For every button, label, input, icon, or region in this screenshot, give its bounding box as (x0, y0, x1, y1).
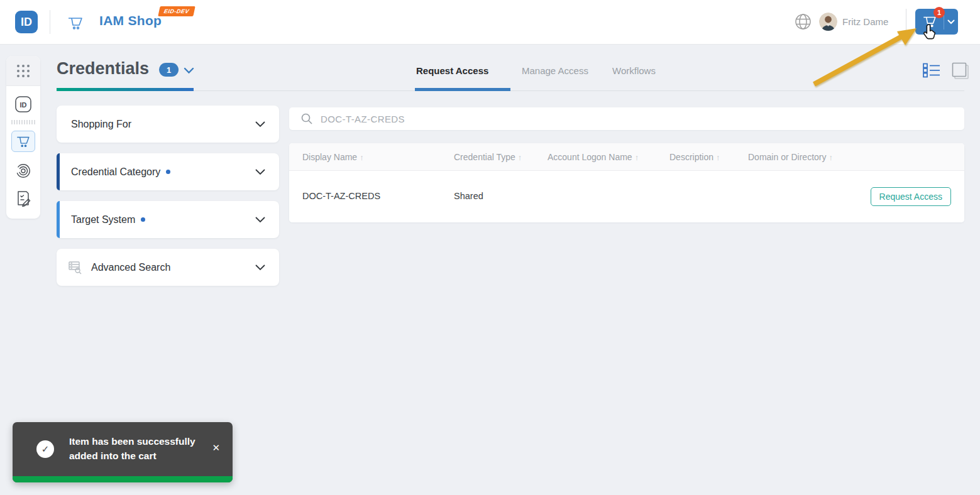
sort-asc-icon[interactable]: ↑ (518, 153, 522, 162)
filter-label: Credential Category (71, 166, 160, 178)
filter-label: Advanced Search (91, 262, 170, 273)
cart-count-badge: 1 (933, 7, 945, 18)
title-gradient-underline (57, 88, 194, 91)
search-input[interactable] (321, 114, 886, 124)
search-icon (300, 112, 313, 125)
cell-credential-type: Shared (454, 191, 483, 201)
hand-cursor-icon (923, 23, 939, 43)
filter-target-system[interactable]: Target System (57, 201, 279, 238)
toast-progress-bar (13, 476, 233, 482)
search-bar (289, 107, 964, 130)
sort-asc-icon[interactable]: ↑ (360, 153, 364, 162)
tab-manage-access[interactable]: Manage Access (522, 65, 588, 76)
list-view-icon[interactable] (923, 63, 940, 80)
tab-workflows[interactable]: Workflows (612, 65, 656, 76)
filter-accent-bar (57, 201, 60, 238)
filter-accent-bar (57, 153, 60, 190)
header-divider (906, 9, 906, 35)
sort-asc-icon[interactable]: ↑ (635, 153, 639, 162)
sidebar-item-shop-active[interactable] (11, 131, 35, 152)
column-header-display-name[interactable]: Display Name↑ (302, 152, 364, 162)
credentials-table: Display Name↑ Credential Type↑ Account L… (289, 143, 964, 222)
shop-cart-icon (67, 15, 84, 34)
column-header-credential-type[interactable]: Credential Type↑ (454, 152, 522, 162)
environment-badge: EID-DEV (158, 6, 195, 16)
sidebar-item-fingerprint[interactable] (6, 161, 40, 180)
sort-asc-icon[interactable]: ↑ (716, 153, 720, 162)
sidebar-item-identity[interactable]: ID (6, 95, 40, 114)
advanced-search-icon (68, 260, 83, 275)
column-header-domain-or-directory[interactable]: Domain or Directory↑ (748, 152, 833, 162)
chevron-down-icon (255, 166, 265, 178)
chevron-down-icon (255, 262, 265, 273)
app-launcher-button[interactable] (6, 56, 40, 86)
success-toast: ✓ Item has been successfully added into … (13, 422, 233, 482)
sort-asc-icon[interactable]: ↑ (829, 153, 833, 162)
cart-dropdown-chevron-icon[interactable] (944, 19, 958, 24)
column-header-account-logon-name[interactable]: Account Logon Name↑ (548, 152, 639, 162)
request-access-button[interactable]: Request Access (871, 187, 951, 206)
page-title: Credentials (57, 59, 149, 79)
sidebar-collapsed-indicator (6, 120, 40, 124)
filter-label: Target System (71, 214, 135, 226)
user-avatar[interactable] (819, 13, 837, 31)
filter-label: Shopping For (71, 119, 131, 130)
language-globe-icon[interactable] (795, 13, 812, 33)
cell-display-name: DOC-T-AZ-CREDS (302, 191, 380, 201)
title-chevron-down-icon[interactable] (184, 65, 194, 77)
table-header-row: Display Name↑ Credential Type↑ Account L… (289, 143, 964, 171)
app-title: IAM Shop (99, 13, 162, 28)
svg-text:ID: ID (20, 101, 27, 109)
toast-close-icon[interactable]: ✕ (212, 442, 220, 454)
active-tab-underline (415, 88, 510, 91)
iam-shop-app: ID IAM Shop EID-DEV Fritz Dam (0, 0, 980, 495)
filter-shopping-for[interactable]: Shopping For (57, 106, 279, 143)
chevron-down-icon (255, 214, 265, 226)
icon-sidebar: ID (6, 56, 40, 219)
filter-credential-category[interactable]: Credential Category (57, 153, 279, 190)
result-count-badge: 1 (159, 63, 179, 77)
header-divider (50, 10, 50, 34)
user-name[interactable]: Fritz Dame (842, 16, 888, 27)
toast-message: Item has been successfully added into th… (69, 434, 195, 463)
app-header: ID IAM Shop EID-DEV Fritz Dam (0, 0, 980, 45)
column-header-description[interactable]: Description↑ (669, 152, 720, 162)
sidebar-item-requests[interactable] (6, 190, 40, 209)
card-view-icon[interactable] (952, 62, 969, 82)
filter-active-dot (166, 170, 170, 174)
company-logo[interactable]: ID (15, 11, 38, 33)
grid-dots-icon (17, 65, 30, 77)
table-row: DOC-T-AZ-CREDS Shared Request Access (289, 171, 964, 222)
chevron-down-icon (255, 119, 265, 130)
filter-advanced-search[interactable]: Advanced Search (57, 249, 279, 286)
filter-active-dot (141, 217, 145, 222)
tab-request-access[interactable]: Request Access (416, 65, 488, 76)
check-circle-icon: ✓ (36, 440, 54, 458)
